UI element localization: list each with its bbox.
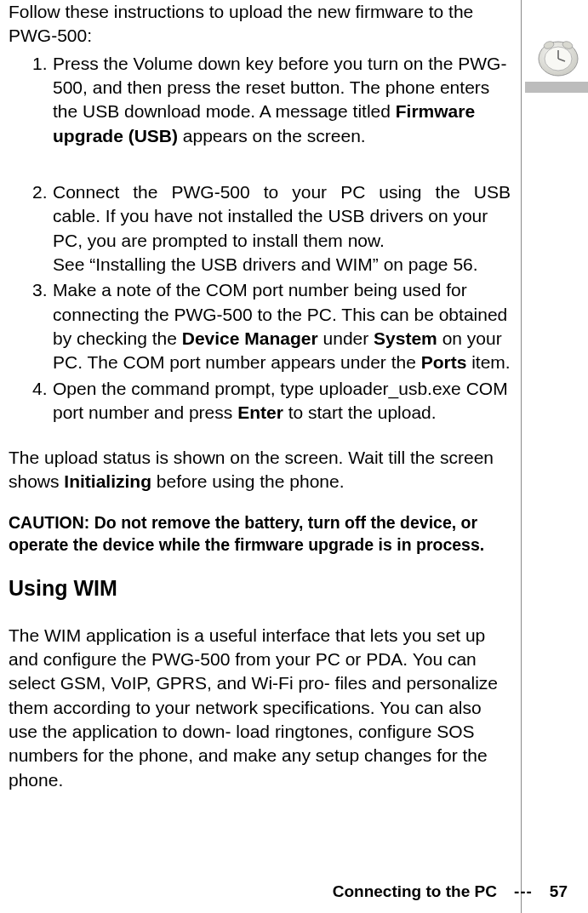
step-number: 4. <box>32 377 53 425</box>
caution-text: CAUTION: Do not remove the battery, turn… <box>9 512 511 556</box>
bold-text: Enter <box>237 402 283 422</box>
section-heading-using-wim: Using WIM <box>9 574 511 603</box>
step-2: 2. Connect the PWG-500 to your PC using … <box>32 180 511 277</box>
step-1: 1. Press the Volume down key before you … <box>32 52 511 148</box>
text: before using the phone. <box>151 471 345 491</box>
text: Connect the PWG-500 to your PC using the… <box>53 180 511 204</box>
tab-marker <box>525 82 588 93</box>
text: to start the upload. <box>283 402 437 422</box>
text: item. <box>466 352 510 372</box>
footer-separator: --- <box>514 882 533 900</box>
step-body: Connect the PWG-500 to your PC using the… <box>53 180 511 277</box>
step-body: Make a note of the COM port number being… <box>53 278 511 374</box>
clock-icon <box>534 36 583 78</box>
step-number: 1. <box>32 52 53 148</box>
step-number: 3. <box>32 278 53 374</box>
text: appears on the screen. <box>178 126 366 146</box>
text: cable. If you have not installed the USB… <box>53 204 511 253</box>
step-body: Press the Volume down key before you tur… <box>53 52 511 148</box>
divider-vertical <box>521 0 522 913</box>
step-3: 3. Make a note of the COM port number be… <box>32 278 511 374</box>
step-number: 2. <box>32 180 53 277</box>
steps-list: 1. Press the Volume down key before you … <box>32 52 511 425</box>
footer-title: Connecting to the PC <box>333 882 497 900</box>
page-footer: Connecting to the PC---57 <box>333 881 568 903</box>
intro-text: Follow these instructions to upload the … <box>9 0 511 49</box>
status-text: The upload status is shown on the screen… <box>9 446 511 494</box>
bold-text: Device Manager <box>182 328 318 348</box>
bold-text: System <box>374 328 437 348</box>
step-body: Open the command prompt, type uploader_u… <box>53 377 511 425</box>
text: under <box>318 328 374 348</box>
bold-text: Initializing <box>64 471 151 491</box>
text: See “Installing the USB drivers and WIM”… <box>53 253 511 277</box>
step-4: 4. Open the command prompt, type uploade… <box>32 377 511 425</box>
page-number: 57 <box>550 882 568 900</box>
bold-text: Ports <box>421 352 467 372</box>
wim-paragraph: The WIM application is a useful interfac… <box>9 624 511 792</box>
